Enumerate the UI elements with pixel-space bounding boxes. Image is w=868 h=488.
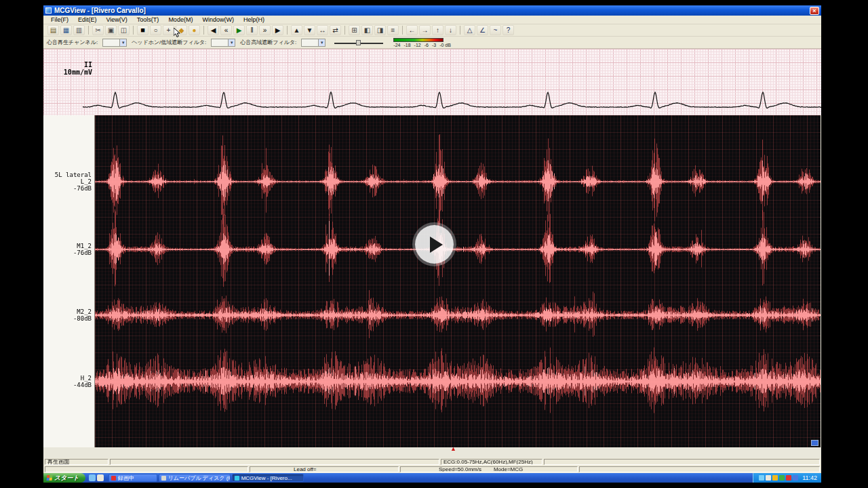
jump-end-button[interactable]: ▶ xyxy=(272,25,283,35)
ecg-lead-name: II xyxy=(43,61,92,68)
menu-item-edit[interactable]: Edit(E) xyxy=(73,16,102,23)
status-spacer-1 xyxy=(110,459,439,465)
toolbar-separator xyxy=(402,26,403,35)
volume-slider[interactable] xyxy=(334,39,383,46)
highcut-filter-select[interactable]: ▼ xyxy=(301,39,326,47)
stop-button[interactable]: ■ xyxy=(137,25,149,35)
split-left-button[interactable]: ◧ xyxy=(361,25,373,35)
chevron-down-icon[interactable]: ▼ xyxy=(318,39,325,46)
task-buttons: 録画中リムーバブル ディスク (F:)MCGView - [Rivero... xyxy=(107,474,304,482)
tray-antivirus-icon[interactable] xyxy=(772,475,778,481)
quick-launch xyxy=(89,474,104,481)
mcgview-task-icon xyxy=(235,476,239,481)
start-button[interactable]: スタート xyxy=(43,473,85,483)
rewind-button[interactable]: « xyxy=(220,25,232,35)
annotate-button[interactable]: △ xyxy=(464,25,475,35)
tray-display-icon[interactable] xyxy=(759,475,764,481)
paste-button[interactable]: ◫ xyxy=(118,25,130,35)
channel-label-m1_2: M1_2-76dB xyxy=(73,243,92,256)
chevron-down-icon[interactable]: ▼ xyxy=(228,39,235,46)
gain-down-icon: ▼ xyxy=(307,27,313,34)
tray-network-icon[interactable] xyxy=(779,475,785,481)
play-button[interactable] xyxy=(415,225,454,264)
window-title: MCGView - [Rivero Carvallo] xyxy=(54,7,146,14)
sweep-expand-icon: ↔ xyxy=(319,27,326,34)
gain-down-button[interactable]: ▼ xyxy=(304,25,315,35)
channel-label-column: 5L lateralL_2-76dBM1_2-76dBM2_2-80dBH_2-… xyxy=(43,115,95,447)
status-lead-off: Lead off= xyxy=(250,466,399,472)
copy-button[interactable]: ▣ xyxy=(105,25,117,35)
panel-corner-button[interactable] xyxy=(811,440,818,446)
menu-item-file[interactable]: File(F) xyxy=(46,16,73,23)
scroll-up-icon: ↑ xyxy=(436,27,439,34)
cut-button[interactable]: ✂ xyxy=(92,25,104,35)
play-button[interactable]: ▶ xyxy=(233,25,245,35)
tray-usb-icon[interactable] xyxy=(793,475,798,481)
scroll-down-icon: ↓ xyxy=(449,27,452,34)
taskbar-task-label: リムーバブル ディスク (F:) xyxy=(168,474,231,482)
channel-select[interactable]: ▼ xyxy=(102,39,127,47)
rewind-icon: « xyxy=(224,27,229,34)
toolbar-separator xyxy=(344,26,345,35)
save-button[interactable]: ▦ xyxy=(60,25,72,35)
db-meter: -24-18-12-6-3-0 dB xyxy=(393,38,451,47)
lowcut-filter-label: ヘッドホン/低域遮断フィルタ: xyxy=(132,39,206,46)
taskbar-task-2[interactable]: リムーバブル ディスク (F:) xyxy=(159,474,231,482)
menu-item-help[interactable]: Help(H) xyxy=(239,16,269,23)
menu-item-mode[interactable]: Mode(M) xyxy=(163,16,197,23)
page-prev-button[interactable]: ← xyxy=(406,25,418,35)
zoom-button[interactable]: ○ xyxy=(150,25,161,35)
slider-thumb[interactable] xyxy=(356,40,361,45)
grid-button[interactable]: ⊞ xyxy=(349,25,360,35)
toolbar-separator xyxy=(88,26,89,35)
chevron-down-icon[interactable]: ▼ xyxy=(119,39,126,46)
scroll-up-button[interactable]: ↑ xyxy=(432,25,443,35)
angle-button[interactable]: ∠ xyxy=(477,25,488,35)
stop-icon: ■ xyxy=(140,26,145,34)
highcut-filter-label: 心音高域遮断フィルタ: xyxy=(240,39,296,46)
play-icon: ▶ xyxy=(237,27,242,34)
page-prev-icon: ← xyxy=(409,27,416,34)
gain-up-button[interactable]: ▲ xyxy=(291,25,302,35)
lowcut-filter-select[interactable]: ▼ xyxy=(211,39,235,47)
channel-list-icon: ≡ xyxy=(391,27,395,34)
tray-recording-icon[interactable] xyxy=(786,475,791,481)
status-spacer-2 xyxy=(544,459,820,465)
tray-volume-icon[interactable] xyxy=(766,475,771,481)
channel-list-button[interactable]: ≡ xyxy=(387,25,399,35)
db-scale-label: -24 xyxy=(393,43,400,47)
event-button[interactable]: ● xyxy=(189,25,200,35)
split-right-button[interactable]: ◨ xyxy=(374,25,386,35)
forward-button[interactable]: » xyxy=(259,25,271,35)
toolbar-separator xyxy=(133,26,134,35)
open-button[interactable]: ▤ xyxy=(47,25,59,35)
ecg-lead-label: II 10mm/mV xyxy=(43,61,92,76)
pause-button[interactable]: ‖ xyxy=(246,25,258,35)
scroll-down-button[interactable]: ↓ xyxy=(445,25,456,35)
jump-start-button[interactable]: ◀ xyxy=(208,25,219,35)
menu-item-view[interactable]: View(V) xyxy=(102,16,132,23)
status-playback: 再生画面 xyxy=(45,459,108,465)
filter-button[interactable]: ~ xyxy=(490,25,501,35)
sweep-expand-button[interactable]: ↔ xyxy=(317,25,328,35)
title-bar[interactable]: MCGView - [Rivero Carvallo] × xyxy=(43,5,821,16)
quicklaunch-desktop-icon[interactable] xyxy=(97,474,104,481)
menu-item-window[interactable]: Window(W) xyxy=(197,16,239,23)
channel-label-m2_2: M2_2-80dB xyxy=(73,308,92,322)
db-scale-label: -3 xyxy=(432,43,436,47)
help-button[interactable]: ? xyxy=(502,25,514,35)
taskbar-task-1[interactable]: 録画中 xyxy=(108,474,157,482)
taskbar-task-3[interactable]: MCGView - [Rivero... xyxy=(232,474,304,482)
start-button-label: スタート xyxy=(54,474,79,483)
open-icon: ▤ xyxy=(50,27,56,34)
db-scale-label: -18 xyxy=(403,43,410,47)
menu-item-tools[interactable]: Tools(T) xyxy=(132,16,164,23)
sweep-compress-button[interactable]: ⇄ xyxy=(330,25,341,35)
quicklaunch-browser-icon[interactable] xyxy=(89,474,96,481)
app-icon xyxy=(45,7,52,14)
status-speed-mode: Speed=50.0mm/s Mode=MCG xyxy=(400,466,578,472)
page-next-button[interactable]: → xyxy=(419,25,431,35)
close-button[interactable]: × xyxy=(810,7,819,15)
crosshair-button[interactable]: + xyxy=(163,25,174,35)
export-button[interactable]: ▥ xyxy=(73,25,85,35)
